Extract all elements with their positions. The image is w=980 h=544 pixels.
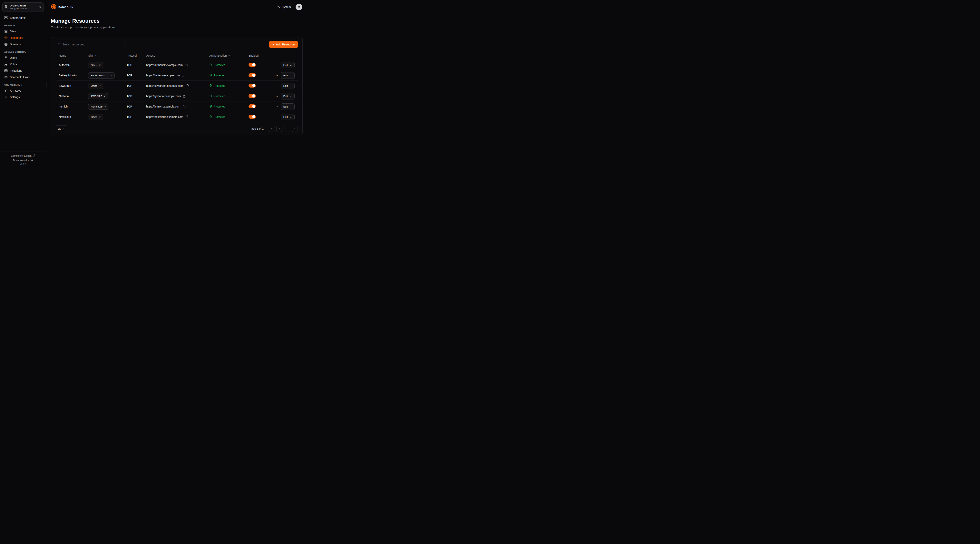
table-row: Immich Home Lab↗ TCP https://immich.exam… [56,102,298,112]
access-url: https://battery.example.com [146,74,180,77]
sidebar-item-invitations[interactable]: Invitations [2,67,44,74]
resource-name: Bitwarden [59,84,88,87]
sort-icon[interactable]: ⇅ [228,54,230,57]
sidebar-item-label: Users [10,56,17,59]
arrow-right-icon: → [289,95,292,98]
org-selector[interactable]: Organization milo@fossorial.io's ... [2,2,44,12]
row-menu-button[interactable]: ⋯ [274,105,278,108]
sidebar-item-domains[interactable]: Domains [2,41,44,48]
sidebar-item-shareable-links[interactable]: Shareable Links [2,74,44,80]
enabled-toggle[interactable] [248,73,256,77]
row-menu-button[interactable]: ⋯ [274,63,278,67]
site-link-button[interactable]: Office↗ [88,62,103,68]
edit-button[interactable]: Edit→ [281,62,294,68]
sidebar-item-settings[interactable]: Settings [2,94,44,100]
enabled-toggle[interactable] [248,105,256,108]
edit-button[interactable]: Edit→ [281,103,294,110]
row-menu-button[interactable]: ⋯ [274,84,278,87]
sidebar-item-users[interactable]: Users [2,54,44,61]
column-header-enabled: Enabled [248,54,272,57]
row-menu-button[interactable]: ⋯ [274,95,278,98]
book-icon [31,159,33,162]
auth-status-badge: Protected [214,105,225,108]
enabled-toggle[interactable] [248,94,256,98]
copy-url-button[interactable] [183,94,186,98]
resource-name: Immich [59,105,88,108]
edit-button[interactable]: Edit→ [281,72,294,79]
external-link-icon [33,154,35,157]
page-size-select[interactable]: 20 ⌄ [56,125,67,132]
community-edition-label: Community Edition [11,154,32,157]
sidebar-item-roles[interactable]: Roles [2,61,44,67]
page-title: Manage Resources [51,18,302,24]
topbar: PANGOLIN System M [46,0,307,14]
search-icon [58,43,60,46]
edit-button[interactable]: Edit→ [281,82,294,89]
first-page-button[interactable]: « [269,126,275,132]
copy-icon [185,63,188,67]
server-icon [4,16,8,19]
theme-toggle-button[interactable]: System [276,5,292,9]
copy-url-button[interactable] [185,84,189,87]
table-row: Authentik Office↗ TCP https://authentik.… [56,60,298,70]
edit-button[interactable]: Edit→ [281,93,294,100]
auth-status-badge: Protected [214,115,225,119]
theme-label: System [282,5,291,9]
add-resource-button[interactable]: + Add Resource [269,41,298,48]
version-label: v1.7.0 [20,163,26,166]
row-menu-button[interactable]: ⋯ [274,115,278,119]
protocol-value: TCP [127,63,146,67]
sidebar-item-server-admin[interactable]: Server Admin [2,14,44,21]
arrow-right-icon: → [289,105,292,108]
copy-icon [183,105,185,108]
edit-button[interactable]: Edit→ [281,114,294,120]
documentation-link[interactable]: Documentation [12,159,34,162]
brand-name: PANGOLIN [59,6,73,9]
copy-icon [182,74,185,77]
avatar[interactable]: M [296,4,302,10]
access-url: https://authentik.example.com [146,63,183,67]
site-link-button[interactable]: Home Lab↗ [88,103,108,109]
sort-icon[interactable]: ⇅ [67,54,69,57]
sites-grid-icon [4,30,8,33]
sort-icon[interactable]: ⇅ [94,54,96,57]
table-row: Grafana AWS VPC↗ TCP https://grafana.exa… [56,91,298,102]
shield-check-icon [209,105,212,108]
waypoints-icon [4,36,8,40]
site-link-button[interactable]: Office↗ [88,83,103,89]
chevrons-up-down-icon [39,5,41,9]
search-input[interactable] [56,41,126,48]
enabled-toggle[interactable] [248,84,256,87]
last-page-button[interactable]: » [292,126,298,132]
org-name: Organization [10,4,37,7]
table-row: Bitwarden Office↗ TCP https://bitwarden.… [56,81,298,91]
copy-url-button[interactable] [182,105,186,108]
shield-check-icon [209,84,212,87]
sidebar-resize-handle[interactable] [46,82,46,87]
previous-page-button[interactable]: ‹ [276,126,282,132]
row-menu-button[interactable]: ⋯ [274,74,278,77]
sidebar-item-resources[interactable]: Resources [2,35,44,41]
next-page-button[interactable]: › [284,126,290,132]
copy-url-button[interactable] [185,63,188,67]
site-link-button[interactable]: Edge Device 01↗ [88,73,115,79]
enabled-toggle[interactable] [248,115,256,119]
copy-url-button[interactable] [182,74,185,77]
sidebar-item-api-keys[interactable]: API Keys [2,87,44,94]
table-footer: 20 ⌄ Page 1 of 1 « ‹ › » [56,125,298,132]
site-link-button[interactable]: Office↗ [88,114,103,120]
copy-url-button[interactable] [185,115,189,119]
resource-name: Nextcloud [59,115,88,119]
column-header-authentication: Authentication ⇅ [209,54,248,57]
site-link-button[interactable]: AWS VPC↗ [88,93,108,99]
brand: PANGOLIN [51,4,73,10]
protocol-value: TCP [127,115,146,119]
enabled-toggle[interactable] [248,63,256,67]
section-label-organization: ORGANIZATION [4,84,42,86]
protocol-value: TCP [127,95,146,98]
sidebar-item-sites[interactable]: Sites [2,28,44,35]
resource-name: Authentik [59,63,88,67]
community-edition-link[interactable]: Community Edition [10,154,36,157]
shield-check-icon [209,115,212,119]
shield-check-icon [209,63,212,67]
